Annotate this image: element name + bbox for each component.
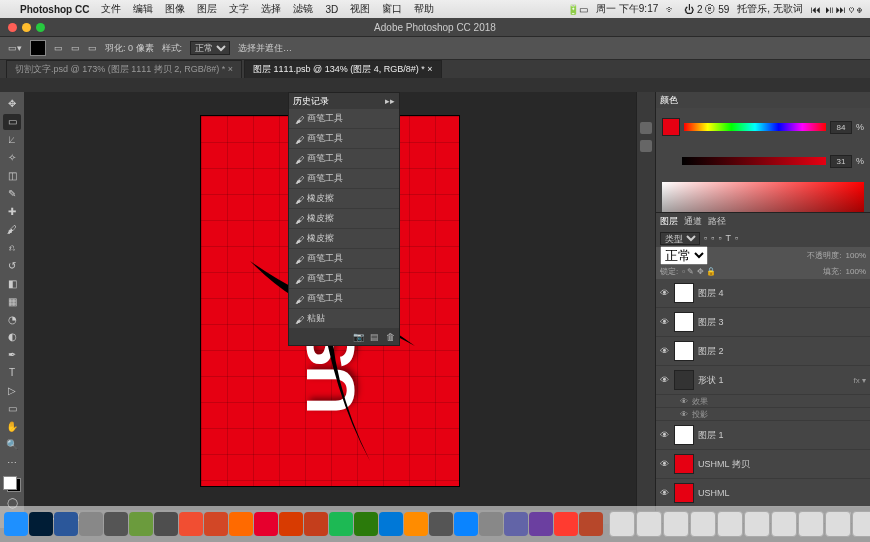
dock-app-icon[interactable] bbox=[529, 512, 553, 536]
eye-icon[interactable]: 👁 bbox=[660, 317, 670, 327]
layer-row[interactable]: 👁USHML bbox=[656, 479, 870, 507]
dock-app-icon[interactable] bbox=[379, 512, 403, 536]
dock-app-icon[interactable] bbox=[104, 512, 128, 536]
color-field[interactable] bbox=[662, 182, 864, 212]
tab-doc-2[interactable]: 图层 1111.psb @ 134% (图层 4, RGB/8#) * × bbox=[244, 60, 442, 78]
dock-window-thumb[interactable] bbox=[798, 511, 824, 537]
zoom-tool[interactable]: 🔍 bbox=[3, 437, 21, 453]
eye-icon[interactable]: 👁 bbox=[660, 488, 670, 498]
history-item[interactable]: 🖌粘贴 bbox=[289, 309, 399, 329]
foreground-color[interactable] bbox=[3, 476, 17, 490]
layer-thumb[interactable] bbox=[674, 283, 694, 303]
layer-thumb[interactable] bbox=[674, 425, 694, 445]
dock-window-thumb[interactable] bbox=[663, 511, 689, 537]
crop-tool[interactable]: ◫ bbox=[3, 168, 21, 184]
dock-window-thumb[interactable] bbox=[609, 511, 635, 537]
history-brush-tool[interactable]: ↺ bbox=[3, 257, 21, 273]
dock-window-thumb[interactable] bbox=[690, 511, 716, 537]
layer-effect[interactable]: 👁 效果 bbox=[656, 395, 870, 408]
blur-tool[interactable]: ◔ bbox=[3, 311, 21, 327]
close-icon[interactable]: × bbox=[228, 64, 233, 74]
shape-tool[interactable]: ▭ bbox=[3, 401, 21, 417]
hue-value-2[interactable]: 31 bbox=[830, 155, 852, 168]
history-item[interactable]: 🖌画笔工具 bbox=[289, 109, 399, 129]
dock-app-icon[interactable] bbox=[454, 512, 478, 536]
selection-new-icon[interactable] bbox=[30, 40, 46, 56]
dock-window-thumb[interactable] bbox=[825, 511, 851, 537]
sat-slider[interactable] bbox=[682, 157, 826, 165]
paths-tab[interactable]: 路径 bbox=[708, 215, 726, 228]
fill-value[interactable]: 100% bbox=[846, 267, 866, 276]
layer-row[interactable]: 👁图层 2 bbox=[656, 337, 870, 366]
eye-icon[interactable]: 👁 bbox=[680, 410, 688, 419]
move-tool[interactable]: ✥ bbox=[3, 96, 21, 112]
menu-filter[interactable]: 滤镜 bbox=[293, 2, 313, 16]
layer-name[interactable]: 图层 3 bbox=[698, 316, 866, 329]
panel-icon[interactable] bbox=[640, 140, 652, 152]
menu-type[interactable]: 文字 bbox=[229, 2, 249, 16]
close-icon[interactable]: × bbox=[427, 64, 432, 74]
dock-app-icon[interactable] bbox=[129, 512, 153, 536]
history-item[interactable]: 🖌画笔工具 bbox=[289, 149, 399, 169]
dock-app-icon[interactable] bbox=[504, 512, 528, 536]
eye-icon[interactable]: 👁 bbox=[680, 397, 688, 406]
history-item[interactable]: 🖌画笔工具 bbox=[289, 289, 399, 309]
hue-slider[interactable] bbox=[684, 123, 826, 131]
menu-file[interactable]: 文件 bbox=[101, 2, 121, 16]
window-controls[interactable] bbox=[8, 23, 45, 32]
app-name[interactable]: Photoshop CC bbox=[20, 4, 89, 15]
menu-view[interactable]: 视图 bbox=[350, 2, 370, 16]
edit-toolbar[interactable]: ⋯ bbox=[3, 454, 21, 470]
pen-tool[interactable]: ✒ bbox=[3, 347, 21, 363]
dock-window-thumb[interactable] bbox=[717, 511, 743, 537]
stamp-tool[interactable]: ⎌ bbox=[3, 239, 21, 255]
layer-name[interactable]: 图层 4 bbox=[698, 287, 866, 300]
layers-tab[interactable]: 图层 bbox=[660, 215, 678, 228]
mask-button[interactable]: 选择并遮住… bbox=[238, 42, 292, 55]
dock-app-icon[interactable] bbox=[29, 512, 53, 536]
layer-name[interactable]: USHML bbox=[698, 488, 866, 498]
menu-edit[interactable]: 编辑 bbox=[133, 2, 153, 16]
dock-app-icon[interactable] bbox=[479, 512, 503, 536]
layer-thumb[interactable] bbox=[674, 483, 694, 503]
channels-tab[interactable]: 通道 bbox=[684, 215, 702, 228]
dock-app-icon[interactable] bbox=[229, 512, 253, 536]
dock-window-thumb[interactable] bbox=[852, 511, 870, 537]
dock-app-icon[interactable] bbox=[154, 512, 178, 536]
history-item[interactable]: 🖌橡皮擦 bbox=[289, 189, 399, 209]
layer-thumb[interactable] bbox=[674, 370, 694, 390]
eye-icon[interactable]: 👁 bbox=[660, 346, 670, 356]
history-item[interactable]: 🖌画笔工具 bbox=[289, 269, 399, 289]
color-swatches[interactable] bbox=[3, 476, 21, 492]
dock-app-icon[interactable] bbox=[179, 512, 203, 536]
dock-app-icon[interactable] bbox=[304, 512, 328, 536]
layer-kind-select[interactable]: 类型 bbox=[660, 232, 700, 245]
brush-tool[interactable]: 🖌 bbox=[3, 221, 21, 237]
panel-icon[interactable] bbox=[640, 122, 652, 134]
blend-mode-select[interactable]: 正常 bbox=[660, 246, 708, 265]
history-item[interactable]: 🖌画笔工具 bbox=[289, 129, 399, 149]
eye-icon[interactable]: 👁 bbox=[660, 430, 670, 440]
layer-row[interactable]: 👁图层 4 bbox=[656, 279, 870, 308]
lasso-tool[interactable]: ⟀ bbox=[3, 132, 21, 148]
dock-window-thumb[interactable] bbox=[636, 511, 662, 537]
gradient-tool[interactable]: ▦ bbox=[3, 293, 21, 309]
path-tool[interactable]: ▷ bbox=[3, 383, 21, 399]
layer-row[interactable]: 👁图层 3 bbox=[656, 308, 870, 337]
dock-app-icon[interactable] bbox=[279, 512, 303, 536]
dock-window-thumb[interactable] bbox=[744, 511, 770, 537]
layer-row[interactable]: 👁图层 1 bbox=[656, 421, 870, 450]
eraser-tool[interactable]: ◧ bbox=[3, 275, 21, 291]
zoom-icon[interactable] bbox=[36, 23, 45, 32]
history-tab[interactable]: 历史记录 bbox=[293, 95, 329, 108]
eye-icon[interactable]: 👁 bbox=[660, 375, 670, 385]
style-select[interactable]: 正常 bbox=[190, 41, 230, 55]
tool-preset-icon[interactable]: ▭▾ bbox=[8, 43, 22, 53]
menu-help[interactable]: 帮助 bbox=[414, 2, 434, 16]
history-item[interactable]: 🖌橡皮擦 bbox=[289, 229, 399, 249]
dock-app-icon[interactable] bbox=[254, 512, 278, 536]
eyedropper-tool[interactable]: ✎ bbox=[3, 186, 21, 202]
layer-thumb[interactable] bbox=[674, 341, 694, 361]
layer-effect[interactable]: 👁 投影 bbox=[656, 408, 870, 421]
dock-app-icon[interactable] bbox=[204, 512, 228, 536]
